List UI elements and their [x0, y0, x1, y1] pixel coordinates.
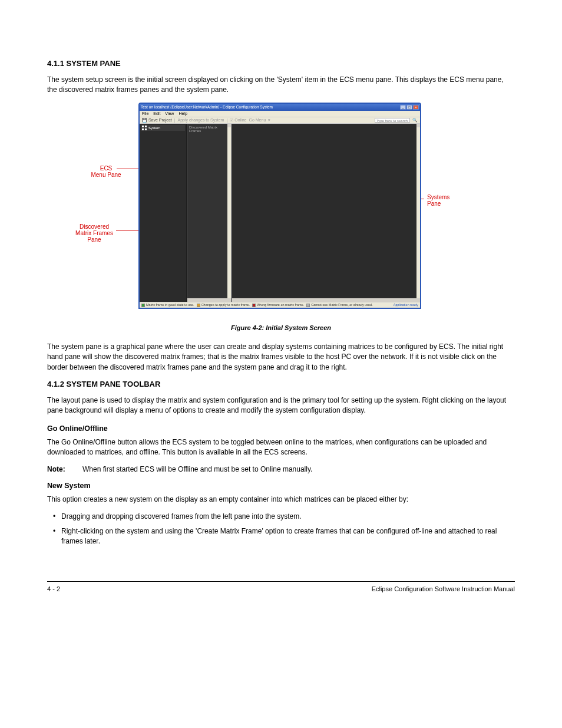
- para-2: The system pane is a graphical pane wher…: [47, 342, 515, 373]
- bullet-2: Right-clicking on the system and using t…: [47, 526, 515, 546]
- apply-changes-button[interactable]: Apply changes to System: [177, 118, 224, 122]
- scrollbar-h-mid[interactable]: [187, 298, 227, 302]
- grid-icon: [142, 126, 147, 130]
- close-button[interactable]: ×: [413, 105, 419, 110]
- bullet-1: Dragging and dropping discovered frames …: [47, 512, 515, 522]
- content-area: System Discovered Matrix Frames: [140, 124, 420, 302]
- para-5: This option creates a new system on the …: [47, 495, 515, 505]
- figure-4-2: ECSMenu Pane DiscoveredMatrix FramesPane…: [47, 103, 515, 315]
- save-project-button[interactable]: 💾 Save Project: [142, 118, 172, 123]
- menu-bar: File Edit View Help: [140, 111, 420, 117]
- menu-edit[interactable]: Edit: [153, 111, 160, 116]
- para-4: The Go Online/Offline button allows the …: [47, 437, 515, 458]
- annotation-systems: SystemsPane: [427, 194, 474, 207]
- status-mode: Application ready: [394, 303, 418, 307]
- discovered-header: Discovered Matrix Frames: [189, 125, 230, 134]
- go-menu-button[interactable]: Go Menu: [249, 118, 266, 122]
- online-toggle[interactable]: ☑ Online: [230, 118, 246, 123]
- status-good: Matrix frame in good state to use.: [141, 303, 194, 307]
- scrollbar-h-right[interactable]: [232, 298, 416, 302]
- system-menu-item[interactable]: System: [141, 125, 185, 131]
- list-item[interactable]: [189, 139, 230, 144]
- title-bar: Test on localhost (EclipseUser:NetworkAd…: [140, 104, 420, 111]
- menu-file[interactable]: File: [142, 111, 148, 116]
- systems-pane[interactable]: [231, 124, 420, 302]
- sub-new-system: New System: [47, 482, 515, 490]
- sub-go-online: Go Online/Offline: [47, 424, 515, 433]
- discovered-matrix-frames-pane[interactable]: Discovered Matrix Frames: [187, 124, 231, 302]
- manual-title: Eclipse Configuration Software Instructi…: [372, 585, 515, 592]
- list-item[interactable]: [189, 134, 230, 139]
- section-4-1-1-title: 4.1.1 SYSTEM PANE: [47, 59, 515, 68]
- ecs-menu-pane[interactable]: System: [140, 124, 187, 302]
- menu-help[interactable]: Help: [178, 111, 187, 116]
- status-wrongfw: Wrong firmware on matrix frame.: [252, 303, 304, 307]
- scrollbar-v-right[interactable]: [416, 124, 420, 302]
- section-4-1-2-title: 4.1.2 SYSTEM PANE TOOLBAR: [47, 380, 515, 388]
- window-title: Test on localhost (EclipseUser:NetworkAd…: [141, 105, 273, 109]
- note-label: Note:: [47, 465, 72, 473]
- status-bar: Matrix frame in good state to use. Chang…: [140, 302, 420, 308]
- para-1: The system setup screen is the initial s…: [47, 75, 515, 95]
- note-block: Note: When first started ECS will be Off…: [47, 465, 515, 473]
- footer: 4 - 2 Eclipse Configuration Software Ins…: [47, 581, 515, 592]
- para-3: The layout pane is used to display the m…: [47, 396, 515, 416]
- status-unavail: Cannot see Matrix Frame, or already used…: [306, 303, 373, 307]
- annotation-ecs-menu: ECSMenu Pane: [82, 165, 130, 178]
- note-text: When first started ECS will be Offline a…: [82, 465, 312, 473]
- minimize-button[interactable]: _: [400, 105, 406, 110]
- menu-view[interactable]: View: [165, 111, 174, 116]
- window-buttons: _ □ ×: [400, 105, 419, 110]
- annotation-discovered: DiscoveredMatrix FramesPane: [71, 223, 118, 243]
- ecs-app-window: Test on localhost (EclipseUser:NetworkAd…: [138, 103, 421, 309]
- search-icon[interactable]: 🔍: [412, 118, 418, 123]
- page-number: 4 - 2: [47, 585, 60, 592]
- search-input[interactable]: Type here to search: [375, 118, 410, 123]
- maximize-button[interactable]: □: [406, 105, 412, 110]
- tool-bar: 💾 Save Project | Apply changes to System…: [140, 117, 420, 124]
- status-changes: Changes to apply to matrix frame.: [197, 303, 250, 307]
- figure-caption: Figure 4-2: Initial System Screen: [47, 324, 515, 331]
